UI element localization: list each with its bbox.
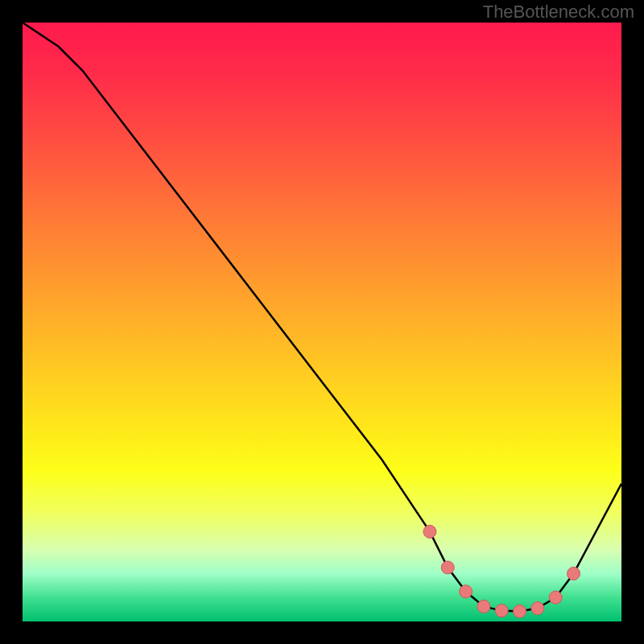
- optimal-markers: [423, 525, 580, 617]
- marker-point: [495, 605, 508, 617]
- marker-point: [423, 525, 436, 538]
- bottleneck-curve: [23, 23, 621, 611]
- marker-point: [549, 591, 562, 604]
- marker-point: [477, 600, 490, 613]
- marker-point: [514, 605, 526, 617]
- plot-area: [23, 23, 621, 621]
- chart-svg: [23, 23, 621, 621]
- marker-point: [531, 602, 544, 615]
- marker-point: [460, 585, 473, 598]
- marker-point: [441, 561, 454, 574]
- marker-point: [568, 568, 580, 580]
- attribution-text: TheBottleneck.com: [483, 2, 634, 23]
